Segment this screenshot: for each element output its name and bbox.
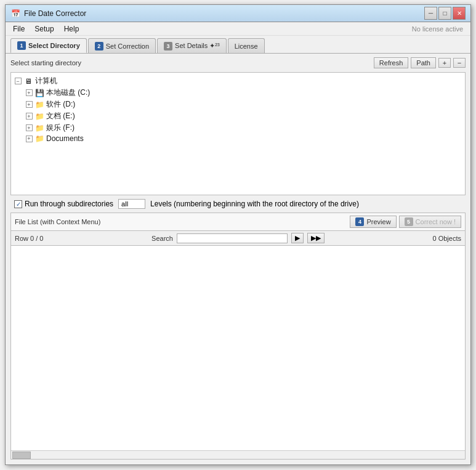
objects-count: 0 Objects bbox=[433, 235, 461, 242]
window-controls: ─ □ ✕ bbox=[424, 7, 466, 20]
h-scrollbar[interactable] bbox=[11, 450, 465, 459]
preview-label: Preview bbox=[366, 218, 390, 225]
tab-num-1: 1 bbox=[17, 41, 26, 50]
tab-label-1: Select Directory bbox=[28, 42, 80, 49]
subdir-row: Run through subdirectories all 1 2 3 4 5… bbox=[10, 195, 466, 213]
correct-num: 5 bbox=[405, 217, 413, 226]
expand-computer[interactable]: − bbox=[14, 77, 22, 86]
h-scroll-thumb[interactable] bbox=[12, 452, 31, 459]
add-path-button[interactable]: + bbox=[438, 58, 451, 68]
expand-c[interactable]: + bbox=[25, 89, 33, 97]
subdir-label: Run through subdirectories bbox=[25, 200, 113, 208]
tab-set-details[interactable]: 3 Set Details ✦²³ bbox=[157, 38, 227, 53]
tree-item-computer[interactable]: − 🖥 计算机 bbox=[14, 75, 462, 87]
filelist-label: File List (with Context Menu) bbox=[15, 218, 100, 225]
app-icon: 📅 bbox=[10, 9, 20, 18]
search-label: Search bbox=[151, 235, 173, 242]
dir-header: Select starting directory Refresh Path +… bbox=[10, 57, 466, 68]
tree-label-e: 文档 (E:) bbox=[46, 111, 75, 121]
menu-setup[interactable]: Setup bbox=[30, 23, 58, 34]
drive-f-icon: 📁 bbox=[34, 124, 44, 132]
remove-path-button[interactable]: − bbox=[453, 58, 466, 68]
minimize-button[interactable]: ─ bbox=[424, 7, 437, 20]
tab-set-correction[interactable]: 2 Set Correction bbox=[88, 38, 156, 53]
main-content: Select starting directory Refresh Path +… bbox=[6, 53, 470, 464]
tab-select-directory[interactable]: 1 Select Directory bbox=[10, 38, 87, 53]
search-go-button[interactable]: ▶ bbox=[291, 233, 304, 243]
expand-f[interactable]: + bbox=[25, 124, 33, 132]
tree-label-d: 软件 (D:) bbox=[46, 99, 75, 110]
tree-label-c: 本地磁盘 (C:) bbox=[46, 87, 90, 98]
menu-file[interactable]: File bbox=[8, 23, 30, 34]
tree-item-documents[interactable]: + 📁 Documents bbox=[25, 134, 462, 144]
documents-icon: 📁 bbox=[34, 134, 44, 143]
drive-d-icon: 📁 bbox=[34, 100, 44, 109]
tree-item-f[interactable]: + 📁 娱乐 (F:) bbox=[25, 122, 462, 134]
filelist-body bbox=[11, 246, 465, 450]
tree-label-f: 娱乐 (F:) bbox=[46, 123, 75, 133]
close-button[interactable]: ✕ bbox=[453, 7, 466, 20]
row-info: Row 0 / 0 bbox=[15, 235, 43, 242]
levels-select[interactable]: all 1 2 3 4 5 bbox=[118, 199, 145, 209]
search-row: Row 0 / 0 Search ▶ ▶▶ 0 Objects bbox=[11, 231, 465, 246]
tree-label-documents: Documents bbox=[46, 134, 84, 143]
license-status: No license active bbox=[412, 25, 468, 33]
menubar: File Setup Help No license active bbox=[6, 22, 470, 36]
tab-label-2: Set Correction bbox=[106, 43, 149, 50]
expand-d[interactable]: + bbox=[25, 100, 33, 109]
tree-label-computer: 计算机 bbox=[35, 76, 57, 86]
tab-num-3: 3 bbox=[164, 42, 172, 51]
filelist-toolbar: File List (with Context Menu) 4 Preview … bbox=[11, 213, 465, 231]
window-title: File Date Corrector bbox=[24, 9, 424, 18]
tree-item-d[interactable]: + 📁 软件 (D:) bbox=[25, 99, 462, 110]
levels-select-wrap: all 1 2 3 4 5 bbox=[118, 199, 145, 209]
filelist-section: File List (with Context Menu) 4 Preview … bbox=[10, 213, 466, 460]
levels-text: Levels (numbering beginning with the roo… bbox=[150, 200, 359, 208]
preview-num: 4 bbox=[355, 217, 364, 226]
refresh-button[interactable]: Refresh bbox=[374, 57, 409, 68]
computer-icon: 🖥 bbox=[23, 77, 33, 86]
directory-tree: − 🖥 计算机 + 💾 本地磁盘 (C:) + bbox=[10, 72, 466, 195]
subdir-checkbox-wrap: Run through subdirectories bbox=[14, 200, 113, 208]
expand-e[interactable]: + bbox=[25, 112, 33, 121]
tab-num-2: 2 bbox=[95, 42, 103, 51]
dir-controls: Refresh Path + − bbox=[374, 57, 466, 68]
tabbar: 1 Select Directory 2 Set Correction 3 Se… bbox=[6, 36, 470, 53]
search-next-button[interactable]: ▶▶ bbox=[307, 233, 325, 243]
menu-help[interactable]: Help bbox=[59, 23, 84, 34]
drive-e-icon: 📁 bbox=[34, 112, 44, 121]
main-window: 📅 File Date Corrector ─ □ ✕ File Setup H… bbox=[5, 4, 471, 465]
tree-item-e[interactable]: + 📁 文档 (E:) bbox=[25, 110, 462, 122]
tab-label-3: Set Details ✦²³ bbox=[175, 42, 220, 50]
tree-children: + 💾 本地磁盘 (C:) + 📁 软件 (D:) bbox=[14, 87, 462, 144]
dir-header-label: Select starting directory bbox=[10, 59, 374, 67]
expand-documents[interactable]: + bbox=[25, 134, 33, 143]
drive-c-icon: 💾 bbox=[34, 89, 44, 97]
tab-license[interactable]: License bbox=[228, 38, 265, 53]
subdir-checkbox[interactable] bbox=[14, 200, 22, 208]
tree-item-c[interactable]: + 💾 本地磁盘 (C:) bbox=[25, 87, 462, 99]
path-button[interactable]: Path bbox=[411, 57, 436, 68]
search-input[interactable] bbox=[177, 233, 288, 243]
correct-now-button[interactable]: 5 Correct now ! bbox=[399, 216, 461, 228]
preview-button[interactable]: 4 Preview bbox=[350, 216, 396, 228]
titlebar: 📅 File Date Corrector ─ □ ✕ bbox=[6, 5, 470, 22]
maximize-button[interactable]: □ bbox=[438, 7, 451, 20]
tab-label-license: License bbox=[235, 43, 258, 50]
correct-label: Correct now ! bbox=[416, 218, 456, 225]
